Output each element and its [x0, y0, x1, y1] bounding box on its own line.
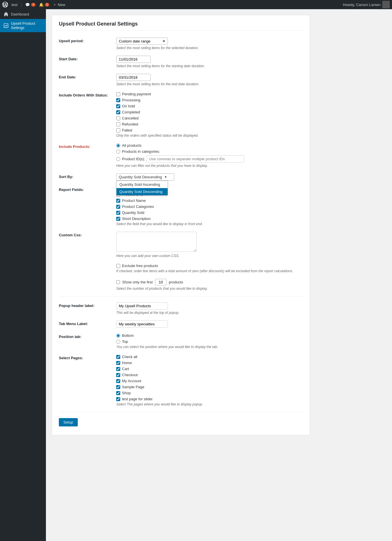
status-failed[interactable]: Failed: [116, 128, 303, 132]
show-first-checkbox[interactable]: [116, 280, 120, 284]
upsell-period-help: Select the most selling items for the se…: [116, 46, 303, 50]
status-completed[interactable]: Completed: [116, 110, 303, 114]
end-date-row: End Date: Select the most selling items …: [59, 74, 303, 86]
sort-option-descending[interactable]: Quantity Sold Descending: [117, 188, 168, 195]
dashboard-icon: [3, 11, 9, 17]
status-pending-checkbox[interactable]: [116, 92, 120, 96]
form-actions: Setup: [59, 418, 303, 426]
sort-dropdown-container[interactable]: Quantity Sold Descending ▼ Quantity Sold…: [116, 173, 174, 181]
status-onhold[interactable]: On hold: [116, 104, 303, 108]
bubble-count[interactable]: 🔔 0: [39, 3, 49, 7]
start-date-input[interactable]: [116, 56, 151, 63]
status-processing[interactable]: Processing: [116, 98, 303, 102]
comments-count[interactable]: 💬 9: [25, 3, 36, 7]
custom-css-textarea[interactable]: [116, 232, 197, 252]
page-cart-checkbox[interactable]: [116, 367, 120, 371]
page-shop-checkbox[interactable]: [116, 391, 120, 395]
status-failed-checkbox[interactable]: [116, 128, 120, 132]
status-cancelled-checkbox[interactable]: [116, 116, 120, 120]
include-orders-content: Pending payment Processing On hold Compl…: [116, 92, 303, 138]
product-ids-radio[interactable]: [116, 157, 120, 161]
product-id-input[interactable]: [147, 155, 244, 163]
field-quantity-sold-checkbox[interactable]: [116, 211, 120, 215]
field-product-categories[interactable]: Product Categories: [116, 204, 303, 209]
status-cancelled[interactable]: Cancelled: [116, 116, 303, 120]
exclude-free-label[interactable]: Exclude free products: [116, 264, 303, 268]
sidebar-item-upsell-label: Upsell Product Settings: [11, 21, 42, 30]
page-checkout[interactable]: Checkout: [116, 373, 303, 377]
status-pending[interactable]: Pending payment: [116, 92, 303, 96]
page-my-account-checkbox[interactable]: [116, 379, 120, 383]
setup-button[interactable]: Setup: [59, 418, 78, 426]
field-product-name[interactable]: Product Name: [116, 198, 303, 203]
upsell-period-select[interactable]: Last 7 days Last 30 days Custom date ran…: [116, 38, 168, 45]
sort-by-row: Sort By: Quantity Sold Descending ▼ Quan…: [59, 173, 303, 181]
field-product-name-checkbox[interactable]: [116, 199, 120, 203]
sidebar-item-dashboard[interactable]: Dashboard: [0, 9, 46, 19]
tab-menu-input[interactable]: [116, 320, 168, 328]
product-all[interactable]: All products: [116, 143, 303, 148]
popup-header-content: This will be displayed at the top of pop…: [116, 302, 303, 315]
end-date-input[interactable]: [116, 74, 151, 81]
page-sample-checkbox[interactable]: [116, 385, 120, 389]
order-status-help: Only the orders with specified status wi…: [116, 134, 303, 138]
tab-menu-label: Tab Menu Label:: [59, 320, 116, 326]
exclude-free-row: Exclude free products If checked, order …: [59, 264, 303, 273]
site-name[interactable]: test: [11, 3, 18, 7]
product-ids[interactable]: Product ID(s):: [116, 155, 303, 163]
product-categories[interactable]: Products in categories:: [116, 149, 303, 154]
page-check-all-checkbox[interactable]: [116, 355, 120, 359]
page-cart[interactable]: Cart: [116, 367, 303, 371]
sidebar-item-upsell[interactable]: Upsell Product Settings: [0, 19, 46, 32]
status-refunded[interactable]: Refunded: [116, 122, 303, 126]
sort-option-ascending[interactable]: Quantity Sold Ascending: [117, 181, 168, 188]
popup-header-input[interactable]: [116, 302, 168, 310]
popup-header-label: Popup header label:: [59, 302, 116, 308]
pages-checkbox-group: Check all Home Cart Checkout: [116, 355, 303, 401]
sort-select-display[interactable]: Quantity Sold Descending ▼: [116, 173, 174, 181]
position-top[interactable]: Top: [116, 339, 303, 344]
sort-by-content: Quantity Sold Descending ▼ Quantity Sold…: [116, 173, 303, 181]
sort-dropdown-list: Quantity Sold Ascending Quantity Sold De…: [116, 181, 168, 196]
exclude-free-checkbox[interactable]: [116, 264, 120, 268]
field-short-description[interactable]: Short Description: [116, 217, 303, 221]
status-processing-checkbox[interactable]: [116, 98, 120, 102]
select-pages-content: Check all Home Cart Checkout: [116, 355, 303, 406]
exclude-free-text: Exclude free products: [122, 264, 158, 268]
page-my-account[interactable]: My Account: [116, 379, 303, 383]
user-avatar-icon: [382, 1, 390, 8]
sort-selected-value: Quantity Sold Descending: [119, 175, 162, 179]
page-test-slider-checkbox[interactable]: [116, 397, 120, 401]
product-categories-radio[interactable]: [116, 150, 120, 154]
page-test-slider[interactable]: test page for slider: [116, 397, 303, 401]
page-checkout-checkbox[interactable]: [116, 373, 120, 377]
show-first-suffix: products: [169, 280, 183, 284]
position-top-radio[interactable]: [116, 340, 120, 344]
sort-by-label: Sort By:: [59, 173, 116, 179]
show-first-help: Select the number of products that you w…: [116, 287, 303, 291]
position-tab-row: Position tab: Bottom Top You can select …: [59, 333, 303, 349]
custom-css-help: Here you can add your own custom CSS.: [116, 254, 303, 258]
product-all-radio[interactable]: [116, 144, 120, 148]
show-first-number-input[interactable]: [155, 279, 166, 285]
page-sample[interactable]: Sample Page: [116, 385, 303, 389]
select-pages-help: Select The pages where you would like to…: [116, 402, 303, 406]
status-refunded-checkbox[interactable]: [116, 122, 120, 126]
page-home-checkbox[interactable]: [116, 361, 120, 365]
select-pages-label: Select Pages:: [59, 355, 116, 360]
new-button[interactable]: ＋ New: [53, 2, 65, 7]
field-short-description-checkbox[interactable]: [116, 217, 120, 221]
field-quantity-sold[interactable]: Quantity Sold: [116, 210, 303, 215]
status-onhold-checkbox[interactable]: [116, 104, 120, 108]
page-home[interactable]: Home: [116, 361, 303, 365]
position-bottom-radio[interactable]: [116, 334, 120, 338]
position-bottom[interactable]: Bottom: [116, 333, 303, 338]
page-shop[interactable]: Shop: [116, 391, 303, 395]
sort-chevron-icon: ▼: [164, 175, 167, 179]
report-fields-row: Report Fields: Product Image Product SKU…: [59, 186, 303, 226]
field-product-categories-checkbox[interactable]: [116, 205, 120, 209]
page-check-all[interactable]: Check all: [116, 355, 303, 359]
end-date-help: Select the most selling items for the en…: [116, 82, 303, 86]
popup-header-help: This will be displayed at the top of pop…: [116, 311, 303, 315]
status-completed-checkbox[interactable]: [116, 110, 120, 114]
